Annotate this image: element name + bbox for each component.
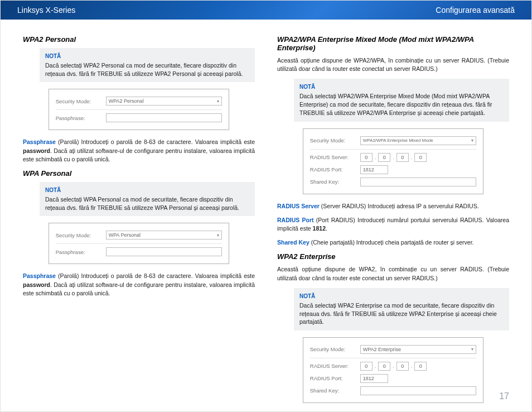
passphrase-label: Passphrase: [56,115,106,121]
security-mode-select[interactable]: WPA Personal [106,231,222,239]
settings-panel-wpa2-personal: Security Mode: WPA2 Personal Passphrase: [49,89,229,130]
radius-server-desc: RADIUS Server (Server RADIUS) Introduceț… [277,202,509,210]
note-label: NOTĂ [45,186,249,194]
radius-ip-group: 0. 0. 0. 0 [360,153,476,162]
radius-server-row: RADIUS Server: 0. 0. 0. 0 [310,149,476,164]
note-box: NOTĂ Dacă selectați WPA Personal ca mod … [40,182,255,216]
security-mode-label: Security Mode: [310,346,360,352]
security-mode-select[interactable]: WPA2/WPA Enterprise Mixed Mode [360,136,476,145]
note-label: NOTĂ [299,293,504,300]
note-label: NOTĂ [299,83,504,91]
passphrase-row: Passphrase: [56,109,222,124]
header-product: Linksys X-Series [17,6,75,15]
shared-key-desc: Shared Key (Cheie partajată) Introduceți… [277,238,509,247]
note-label: NOTĂ [45,52,249,60]
kw-passphrase: Passphrase [23,272,56,279]
security-mode-label: Security Mode: [56,232,106,238]
security-mode-label: Security Mode: [310,137,360,143]
right-column: WPA2/WPA Enterprise Mixed Mode (Mod mixt… [277,35,509,411]
security-mode-select[interactable]: WPA2 Personal [106,97,222,106]
radius-server-row: RADIUS Server: 0. 0. 0. 0 [310,358,476,372]
intro-text: Această opțiune dispune de WPA2, în comb… [277,265,509,282]
settings-panel-mixed: Security Mode: WPA2/WPA Enterprise Mixed… [303,128,483,194]
shared-key-input[interactable] [360,386,476,395]
heading-wpa-personal: WPA Personal [23,169,255,178]
radius-port-input[interactable]: 1812 [360,374,388,383]
shared-key-input[interactable] [360,178,476,186]
passphrase-input[interactable] [106,113,222,122]
page-header: Linksys X-Series Configurarea avansată [1,1,531,20]
settings-panel-wpa2-ent: Security Mode: WPA2 Enterprise RADIUS Se… [303,337,483,403]
shared-key-label: Shared Key: [310,179,360,185]
note-text: Dacă selectați WPA2 Enterprise ca mod de… [299,302,497,325]
passphrase-description: Passphrase (Parolă) Introduceți o parolă… [23,272,255,298]
header-section: Configurarea avansată [436,6,515,15]
note-text: Dacă selectați WPA Personal ca mod de se… [45,196,239,211]
note-text: Dacă selectați WPA2/WPA Enterprise Mixed… [299,93,492,116]
section-wpa-personal: WPA Personal NOTĂ Dacă selectați WPA Per… [23,169,255,298]
section-wpa2-enterprise: WPA2 Enterprise Această opțiune dispune … [277,252,509,403]
note-text: Dacă selectați WPA2 Personal ca mod de s… [45,62,243,77]
security-mode-row: Security Mode: WPA2/WPA Enterprise Mixed… [310,135,476,147]
heading-wpa2-enterprise: WPA2 Enterprise [277,252,509,261]
radius-port-row: RADIUS Port: 1812 [310,372,476,385]
page-number: 17 [499,391,509,401]
kw-passphrase: Passphrase [23,138,56,145]
section-wpa2-personal: WPA2 Personal NOTĂ Dacă selectați WPA2 P… [23,35,255,164]
passphrase-input[interactable] [106,247,222,256]
security-mode-select[interactable]: WPA2 Enterprise [360,345,476,354]
radius-port-label: RADIUS Port: [310,166,360,173]
ip-octet[interactable]: 0 [378,153,390,162]
security-mode-row: Security Mode: WPA2 Personal [56,95,222,107]
heading-wpa2-personal: WPA2 Personal [23,35,255,44]
intro-text: Această opțiune dispune de WPA2/WPA, în … [277,56,509,73]
ip-octet[interactable]: 0 [396,362,409,371]
security-mode-row: Security Mode: WPA Personal [56,229,222,241]
document-page: Linksys X-Series Configurarea avansată W… [0,0,532,412]
radius-port-input[interactable]: 1812 [360,165,388,174]
security-mode-row: Security Mode: WPA2 Enterprise [310,343,476,356]
settings-panel-wpa-personal: Security Mode: WPA Personal Passphrase: [49,223,229,264]
note-box: NOTĂ Dacă selectați WPA2 Personal ca mod… [40,48,255,82]
heading-mixed-mode: WPA2/WPA Enterprise Mixed Mode (Mod mixt… [277,35,509,52]
ip-octet[interactable]: 0 [396,153,409,162]
note-box: NOTĂ Dacă selectați WPA2 Enterprise ca m… [294,288,509,330]
shared-key-label: Shared Key: [310,387,360,394]
ip-octet[interactable]: 0 [360,362,373,371]
note-box: NOTĂ Dacă selectați WPA2/WPA Enterprise … [294,79,509,121]
section-mixed-mode: WPA2/WPA Enterprise Mixed Mode (Mod mixt… [277,35,509,247]
ip-octet[interactable]: 0 [360,153,373,162]
shared-key-row: Shared Key: [310,385,476,397]
ip-octet[interactable]: 0 [414,362,427,371]
shared-key-row: Shared Key: [310,176,476,188]
radius-server-label: RADIUS Server: [310,154,360,160]
content-area: WPA2 Personal NOTĂ Dacă selectați WPA2 P… [1,20,531,411]
radius-port-desc: RADIUS Port (Port RADIUS) Introduceți nu… [277,216,509,233]
ip-octet[interactable]: 0 [414,153,427,162]
passphrase-description: Passphrase (Parolă) Introduceți o parolă… [23,138,255,164]
radius-port-label: RADIUS Port: [310,375,360,381]
ip-octet[interactable]: 0 [378,362,390,371]
radius-server-label: RADIUS Server: [310,363,360,369]
passphrase-label: Passphrase: [56,249,106,255]
radius-ip-group: 0. 0. 0. 0 [360,362,476,371]
security-mode-label: Security Mode: [56,98,106,104]
left-column: WPA2 Personal NOTĂ Dacă selectați WPA2 P… [23,35,255,411]
radius-port-row: RADIUS Port: 1812 [310,164,476,176]
passphrase-row: Passphrase: [56,243,222,258]
